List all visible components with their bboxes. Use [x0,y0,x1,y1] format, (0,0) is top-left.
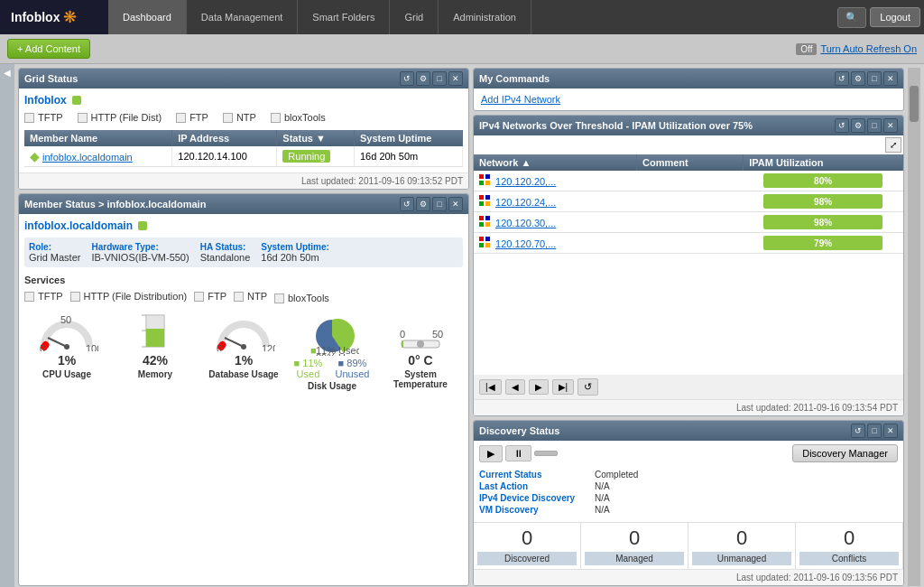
ipv4-table: Network ▲ Comment IPAM Utilization 120.1… [474,154,903,254]
add-ipv4-link[interactable]: Add IPv4 Network [476,90,901,108]
col-uptime[interactable]: System Uptime [354,130,462,146]
table-row: 120.120.70,... 79% [474,233,903,254]
ftp-checkbox [176,113,186,123]
sidebar-toggle[interactable]: ◀ [4,68,11,78]
col-ip[interactable]: IP Address [172,130,277,146]
hardware-info: Hardware Type: IB-VNIOS(IB-VM-550) [91,242,189,263]
media-refresh-button[interactable]: ↺ [578,378,598,396]
ipv4-col-network[interactable]: Network ▲ [474,154,637,171]
add-content-button[interactable]: + Add Content [7,39,90,59]
ipv4-last-updated: Last updated: 2011-09-16 09:13:54 PDT [474,399,903,415]
settings-icon[interactable]: ⚙ [416,71,430,86]
tab-data-management[interactable]: Data Management [187,0,299,34]
discovery-count-item: 0 Unmanaged [688,523,796,569]
comment-cell [637,171,744,191]
count-number: 0 [585,526,684,550]
mc-expand-icon[interactable]: □ [867,71,882,86]
left-panels: Grid Status ↺ ⚙ □ ✕ Infoblox [18,68,469,586]
ds-close-icon[interactable]: ✕ [883,424,898,438]
infoblox-label[interactable]: Infoblox [24,94,67,107]
network-cell: 120.120.70,... [474,233,637,254]
nav-right-controls: 🔍 Logout [837,0,924,34]
member-label[interactable]: infoblox.localdomain [24,219,133,232]
network-link[interactable]: 120.120.24,... [495,197,556,208]
discovery-status-panel: Discovery Status ↺ □ ✕ ▶ ⏸ Disc [473,420,904,586]
hardware-value: IB-VNIOS(IB-VM-550) [91,252,189,263]
left-sidebar: ◀ [0,64,14,587]
svg-rect-33 [485,201,490,206]
http-checkbox [78,113,88,123]
ipv4-controls: ↺ ⚙ □ ✕ [835,118,898,133]
col-member[interactable]: Member Name [24,130,172,146]
ms-close-icon[interactable]: ✕ [448,197,463,211]
main-content: ◀ Grid Status ↺ ⚙ □ ✕ Infoblox [0,64,924,587]
svg-rect-37 [485,222,490,227]
ipv4-col-utilization[interactable]: IPAM Utilization [744,154,903,171]
ms-refresh-icon[interactable]: ↺ [400,197,414,211]
search-button[interactable]: 🔍 [837,7,866,28]
svg-rect-28 [479,181,484,185]
ms-ntp-checkbox [234,292,244,302]
discovery-manager-button[interactable]: Discovery Manager [792,444,898,462]
network-link[interactable]: 120.120.20,... [495,176,556,187]
svg-text:120: 120 [262,343,275,351]
right-scrollbar[interactable] [908,68,920,586]
svg-rect-7 [146,315,164,329]
stop-button[interactable] [534,451,558,456]
pause-button[interactable]: ⏸ [505,445,531,461]
vm-discovery-value: N/A [595,505,610,515]
ipv4-settings-icon[interactable]: ⚙ [851,118,865,133]
prev-start-button[interactable]: |◀ [479,379,502,395]
expand-icon[interactable]: □ [432,71,447,86]
svg-rect-34 [479,216,484,220]
auto-refresh-label[interactable]: Turn Auto Refresh On [820,43,917,54]
mc-close-icon[interactable]: ✕ [883,71,898,86]
member-services-grid: TFTP HTTP (File Distribution) FTP [24,289,463,303]
ms-service-ntp: NTP [234,289,267,303]
svg-text:0: 0 [400,329,405,340]
play-button[interactable]: ▶ [479,445,503,462]
prev-button[interactable]: ◀ [505,379,525,395]
logout-button[interactable]: Logout [870,7,920,27]
cpu-gauge: 0 50 100 1% CPU Usage [24,311,109,391]
mc-settings-icon[interactable]: ⚙ [851,71,865,86]
logo-icon: ❋ [63,7,77,27]
tab-administration[interactable]: Administration [439,0,531,34]
ds-expand-icon[interactable]: □ [867,424,882,438]
tab-dashboard[interactable]: Dashboard [108,0,187,34]
col-status[interactable]: Status ▼ [277,130,355,146]
ipv4-col-comment[interactable]: Comment [637,154,744,171]
tab-grid[interactable]: Grid [390,0,439,34]
member-status-body: infoblox.localdomain Role: Grid Master H… [19,214,468,585]
close-icon[interactable]: ✕ [448,71,463,86]
ipv4-title: IPv4 Networks Over Threshold - IPAM Util… [479,120,753,131]
memory-gauge: 42% Memory [113,311,198,391]
service-ftp: FTP [176,112,208,123]
next-end-button[interactable]: ▶| [552,379,575,395]
tab-smart-folders[interactable]: Smart Folders [298,0,390,34]
ipv4-close-icon[interactable]: ✕ [883,118,898,133]
ms-http-checkbox [70,292,80,302]
network-link[interactable]: 120.120.30,... [495,218,556,228]
refresh-icon[interactable]: ↺ [400,71,414,86]
ms-expand-icon[interactable]: □ [432,197,447,211]
count-label: Discovered [477,552,577,565]
scrollbar-thumb[interactable] [910,86,919,122]
member-icon: ◆ [30,149,40,163]
member-status-title: Member Status > infoblox.localdomain [24,199,206,210]
ntp-label: NTP [236,112,256,123]
network-link[interactable]: 120.120.70,... [495,238,556,249]
discovery-count-item: 0 Discovered [474,523,581,569]
ds-refresh-icon[interactable]: ↺ [851,424,865,438]
ms-settings-icon[interactable]: ⚙ [416,197,430,211]
mc-refresh-icon[interactable]: ↺ [835,71,849,86]
ipv4-refresh-icon[interactable]: ↺ [835,118,849,133]
service-tftp: TFTP [24,112,63,123]
next-button[interactable]: ▶ [529,379,549,395]
svg-text:0: 0 [217,343,222,351]
ipv4-device-label: IPv4 Device Discovery [479,493,587,503]
ftp-label: FTP [189,112,208,123]
ipv4-expand-icon[interactable]: □ [867,118,882,133]
member-link[interactable]: infoblox.localdomain [42,152,133,163]
ipv4-expand-button[interactable]: ⤢ [885,137,901,153]
